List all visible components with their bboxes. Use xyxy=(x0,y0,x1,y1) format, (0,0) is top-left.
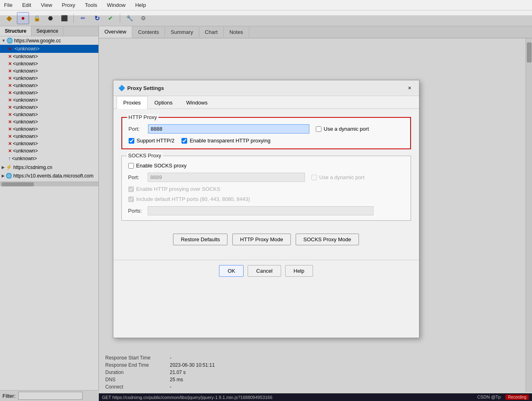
dialog-tab-options[interactable]: Options xyxy=(148,96,179,109)
ports-label: Ports: xyxy=(128,208,144,214)
socks-dynamic-text: Use a dynamic port xyxy=(319,174,365,180)
enable-socks-text: Enable SOCKS proxy xyxy=(136,163,187,169)
proxy-settings-dialog: 🔷 Proxy Settings × Proxies Options Windo… xyxy=(113,80,419,338)
socks-proxy-mode-button[interactable]: SOCKS Proxy Mode xyxy=(296,234,359,245)
support-http2-label: Support HTTP/2 xyxy=(137,138,175,144)
dialog-tab-windows[interactable]: Windows xyxy=(179,96,215,109)
socks-dynamic-port-label: Use a dynamic port xyxy=(311,174,365,180)
menu-help[interactable]: Help xyxy=(134,1,148,9)
dialog-tab-proxies[interactable]: Proxies xyxy=(117,96,148,109)
http2-check-label[interactable]: Support HTTP/2 xyxy=(129,138,175,144)
modal-overlay: 🔷 Proxy Settings × Proxies Options Windo… xyxy=(0,15,532,401)
action-buttons: Restore Defaults HTTP Proxy Mode SOCKS P… xyxy=(121,227,411,249)
help-button[interactable]: Help xyxy=(285,265,313,277)
socks-port-input[interactable] xyxy=(148,173,305,182)
menu-file[interactable]: File xyxy=(2,1,14,9)
dynamic-port-checkbox[interactable] xyxy=(316,126,321,132)
dynamic-port-label: Use a dynamic port xyxy=(324,126,369,132)
socks-port-row: Port: Use a dynamic port xyxy=(128,173,404,182)
ports-row: Ports: xyxy=(128,206,404,215)
menu-view[interactable]: View xyxy=(39,1,54,9)
include-ports-text: Include default HTTP ports (80, 443, 808… xyxy=(136,196,250,202)
http-port-label: Port: xyxy=(129,126,145,132)
enable-socks-label[interactable]: Enable SOCKS proxy xyxy=(128,163,187,169)
menu-bar: File Edit View Proxy Tools Window Help xyxy=(0,0,532,10)
socks-port-label: Port: xyxy=(128,174,144,180)
dialog-title-bar: 🔷 Proxy Settings × xyxy=(113,80,419,96)
include-ports-label[interactable]: Include default HTTP ports (80, 443, 808… xyxy=(128,196,250,202)
dialog-icon: 🔷 xyxy=(118,85,125,91)
http-port-row: Port: Use a dynamic port xyxy=(129,124,404,134)
dialog-body: HTTP Proxy Port: Use a dynamic port Supp… xyxy=(113,109,419,257)
menu-tools[interactable]: Tools xyxy=(83,1,99,9)
socks-proxy-section: SOCKS Proxy Enable SOCKS proxy Port: Use… xyxy=(121,156,411,221)
cancel-button[interactable]: Cancel xyxy=(248,265,281,277)
http-over-socks-label[interactable]: Enable HTTP proxying over SOCKS xyxy=(128,186,221,192)
include-ports-row: Include default HTTP ports (80, 443, 808… xyxy=(128,196,404,202)
dialog-close-button[interactable]: × xyxy=(405,84,414,92)
dialog-tab-bar: Proxies Options Windows xyxy=(113,96,419,109)
http-over-socks-row: Enable HTTP proxying over SOCKS xyxy=(128,186,404,192)
http-options-row: Support HTTP/2 Enable transparent HTTP p… xyxy=(129,138,404,144)
enable-socks-checkbox[interactable] xyxy=(128,163,134,169)
http-proxy-label: HTTP Proxy xyxy=(127,114,159,120)
dynamic-port-check-label[interactable]: Use a dynamic port xyxy=(316,126,369,132)
ports-input[interactable] xyxy=(148,206,373,215)
http-over-socks-checkbox[interactable] xyxy=(128,186,134,192)
menu-edit[interactable]: Edit xyxy=(21,1,33,9)
support-http2-checkbox[interactable] xyxy=(129,138,134,144)
http-proxy-mode-button[interactable]: HTTP Proxy Mode xyxy=(232,234,291,245)
transparent-checkbox[interactable] xyxy=(182,138,187,144)
http-proxy-section: HTTP Proxy Port: Use a dynamic port Supp… xyxy=(121,117,411,149)
menu-proxy[interactable]: Proxy xyxy=(60,1,77,9)
socks-dynamic-checkbox[interactable] xyxy=(311,175,317,180)
enable-socks-row: Enable SOCKS proxy xyxy=(128,163,404,169)
transparent-check-label[interactable]: Enable transparent HTTP proxying xyxy=(182,138,270,144)
dialog-footer: OK Cancel Help xyxy=(113,260,419,282)
ok-button[interactable]: OK xyxy=(219,265,244,277)
include-ports-checkbox[interactable] xyxy=(128,196,134,202)
http-over-socks-text: Enable HTTP proxying over SOCKS xyxy=(136,186,221,192)
http-port-input[interactable] xyxy=(148,124,309,134)
dialog-title: 🔷 Proxy Settings xyxy=(118,85,164,91)
transparent-label: Enable transparent HTTP proxying xyxy=(190,138,270,144)
menu-window[interactable]: Window xyxy=(105,1,127,9)
socks-proxy-label: SOCKS Proxy xyxy=(127,152,163,159)
restore-defaults-button[interactable]: Restore Defaults xyxy=(173,234,227,245)
